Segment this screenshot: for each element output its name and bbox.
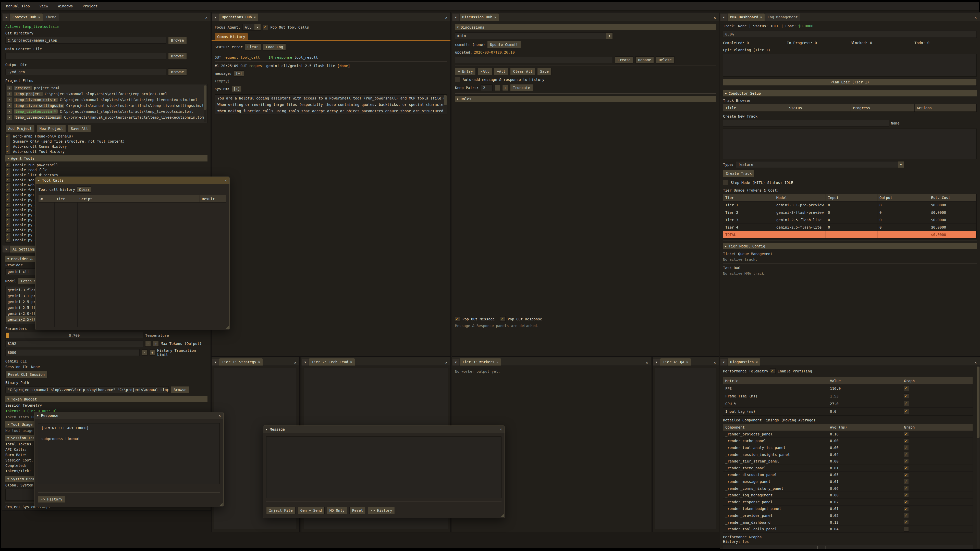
graph-checkbox[interactable]	[904, 507, 909, 511]
dock-close-icon[interactable]: ✕	[972, 16, 980, 20]
resize-grip[interactable]	[225, 326, 229, 329]
close-icon[interactable]: ✕	[258, 360, 260, 364]
dock-close-icon[interactable]: ✕	[442, 16, 450, 20]
tool-checkbox[interactable]	[5, 168, 11, 173]
track-name-input[interactable]	[723, 120, 889, 127]
tool-checkbox[interactable]	[5, 187, 11, 192]
minus-button[interactable]: -	[145, 341, 151, 347]
message-action-button[interactable]: MD Only	[327, 507, 347, 514]
tool-checkbox[interactable]	[5, 207, 11, 213]
dock-collapse-icon[interactable]: ▼	[653, 359, 660, 365]
graph-checkbox[interactable]	[904, 445, 909, 450]
dock-close-icon[interactable]: ✕	[711, 360, 719, 365]
graph-checkbox[interactable]	[904, 452, 909, 457]
popout-message-checkbox[interactable]	[455, 316, 460, 322]
output-dir-input[interactable]: ./md_gen	[5, 68, 166, 75]
option-checkbox[interactable]	[5, 139, 11, 144]
collapse-icon[interactable]: ▼	[38, 179, 40, 182]
type-combo[interactable]: feature▼	[736, 161, 904, 168]
tab-comms-history[interactable]: Comms History	[215, 33, 248, 40]
git-directory-input[interactable]: C:\projects\manual_slop	[5, 37, 166, 44]
tab-tier2-techlead[interactable]: Tier 2: Tech Lead✕	[309, 359, 355, 365]
tool-checkbox[interactable]	[5, 192, 11, 198]
close-icon[interactable]: ✕	[350, 360, 352, 364]
truncate-button[interactable]: Truncate	[510, 84, 533, 91]
project-action-button[interactable]: New Project	[37, 125, 66, 132]
tab-log-management[interactable]: Log Management	[765, 14, 800, 21]
message-action-button[interactable]: -> History	[368, 507, 395, 514]
delete-button[interactable]: Delete	[656, 56, 675, 64]
binary-path-input[interactable]: "C:\projects\manual_slop\.venv\Scripts\p…	[5, 386, 169, 393]
remove-file-button[interactable]: x	[7, 92, 12, 96]
menu-item[interactable]: View	[40, 4, 48, 8]
option-checkbox[interactable]	[5, 134, 11, 139]
graph-checkbox[interactable]	[904, 527, 909, 532]
history-limit-input[interactable]: 8000	[5, 349, 140, 356]
graph-checkbox[interactable]	[904, 493, 909, 498]
graph-checkbox[interactable]	[904, 465, 909, 470]
popout-toolcalls-checkbox[interactable]	[263, 25, 268, 30]
log-entry[interactable]: #1 20:25:09 OUT request gemini_cli/gemin…	[215, 64, 447, 68]
remove-file-button[interactable]: x	[7, 103, 12, 108]
graph-checkbox[interactable]	[904, 401, 909, 407]
tab-tier3-workers[interactable]: Tier 3: Workers✕	[460, 359, 501, 365]
dock-close-icon[interactable]: ✕	[442, 360, 450, 365]
dock-close-icon[interactable]: ✕	[643, 360, 651, 365]
resize-grip[interactable]	[501, 514, 504, 517]
message-action-button[interactable]: Gen + Send	[298, 507, 325, 514]
tool-checkbox[interactable]	[5, 183, 11, 187]
step-mode-checkbox[interactable]	[723, 180, 729, 185]
tab-theme[interactable]: Theme	[43, 14, 59, 21]
dock-close-icon[interactable]: ✕	[291, 360, 299, 365]
remove-file-button[interactable]: x	[7, 109, 12, 114]
temperature-slider[interactable]: 0.700	[5, 332, 143, 339]
close-icon[interactable]: ✕	[500, 427, 502, 431]
close-icon[interactable]: ✕	[254, 15, 256, 19]
project-action-button[interactable]: Save All	[68, 125, 91, 132]
tool-checkbox[interactable]	[5, 213, 11, 218]
discussion-name-input[interactable]	[455, 57, 613, 63]
graph-checkbox[interactable]	[904, 513, 909, 518]
load-log-button[interactable]: Load Log	[263, 43, 286, 51]
menu-item[interactable]: Windows	[58, 4, 73, 8]
close-icon[interactable]: ✕	[38, 15, 40, 19]
token-budget-header[interactable]: ▼Token Budget	[5, 396, 207, 402]
dock-collapse-icon[interactable]: ▼	[3, 246, 10, 252]
plan-epic-button[interactable]: Plan Epic (Tier 1)	[723, 79, 977, 86]
agent-tools-header[interactable]: ▼Agent Tools	[5, 155, 207, 162]
graph-checkbox[interactable]	[904, 472, 909, 477]
collapse-icon[interactable]: ▼	[266, 428, 267, 431]
menu-item[interactable]: Project	[83, 4, 97, 8]
tool-checkbox[interactable]	[5, 178, 11, 183]
remove-file-button[interactable]: x	[7, 97, 12, 102]
message-titlebar[interactable]: ▼ Message ✕	[263, 426, 504, 433]
mcf-browse-button[interactable]: Browse	[168, 52, 187, 60]
tab-tier1-strategy[interactable]: Tier 1: Strategy✕	[219, 359, 262, 365]
tool-checkbox[interactable]	[5, 172, 11, 178]
dock-close-icon[interactable]: ✕	[711, 16, 719, 20]
dock-collapse-icon[interactable]: ▼	[212, 14, 219, 21]
resize-grip[interactable]	[219, 503, 223, 506]
minus-button[interactable]: -	[495, 85, 500, 91]
close-icon[interactable]: ✕	[496, 360, 498, 364]
close-icon[interactable]: ✕	[219, 413, 221, 418]
tier4-output[interactable]	[655, 368, 716, 529]
discussion-combo[interactable]: main▼	[455, 32, 613, 39]
track-description-input[interactable]	[723, 129, 977, 159]
graph-checkbox[interactable]	[904, 459, 909, 464]
message-action-button[interactable]: Reset	[349, 507, 366, 514]
graph-checkbox[interactable]	[904, 479, 909, 484]
entry-action-button[interactable]: Clear All	[510, 68, 535, 75]
collapse-icon[interactable]: ▼	[37, 414, 38, 417]
dock-collapse-icon[interactable]: ▼	[3, 14, 10, 21]
tool-checkbox[interactable]	[5, 238, 11, 243]
dock-collapse-icon[interactable]: ▼	[452, 14, 459, 21]
project-files-list[interactable]: x project project.toml x temp_project C:…	[5, 84, 207, 123]
project-action-button[interactable]: Add Project	[5, 125, 35, 132]
enable-profiling-checkbox[interactable]	[770, 368, 776, 374]
main-context-file-input[interactable]	[5, 53, 166, 59]
remove-file-button[interactable]: x	[7, 86, 12, 90]
option-checkbox[interactable]	[5, 149, 11, 154]
entry-action-button[interactable]: +All	[494, 68, 508, 75]
clear-log-button[interactable]: Clear	[245, 43, 261, 51]
